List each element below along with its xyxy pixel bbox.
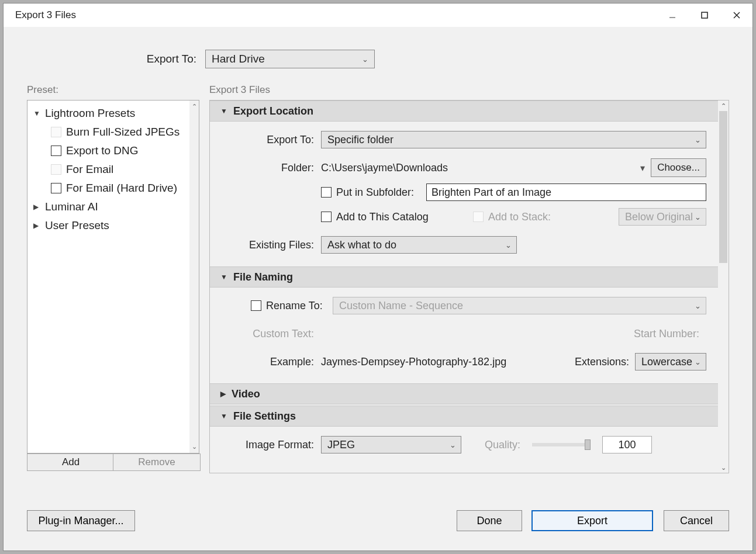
chevron-down-icon: ⌄ bbox=[450, 441, 456, 449]
export-to-label: Export To: bbox=[4, 53, 205, 65]
triangle-right-icon: ▶ bbox=[33, 221, 43, 230]
triangle-down-icon: ▼ bbox=[220, 107, 227, 115]
scroll-up-icon[interactable]: ⌃ bbox=[718, 101, 729, 111]
chevron-down-icon: ⌄ bbox=[362, 55, 368, 64]
section-video[interactable]: ▶Video bbox=[210, 383, 718, 404]
triangle-right-icon: ▶ bbox=[33, 203, 43, 211]
quality-slider[interactable] bbox=[532, 443, 591, 446]
el-export-to-label: Export To: bbox=[210, 134, 321, 146]
el-export-to-select[interactable]: Specific folder⌄ bbox=[321, 131, 706, 148]
done-button[interactable]: Done bbox=[457, 510, 522, 531]
chevron-down-icon: ⌄ bbox=[695, 213, 701, 221]
svg-rect-1 bbox=[702, 12, 707, 18]
export-count-label: Export 3 Files bbox=[209, 84, 270, 96]
image-format-label: Image Format: bbox=[210, 439, 321, 451]
checkbox-icon[interactable] bbox=[51, 146, 61, 156]
section-file-naming[interactable]: ▼File Naming bbox=[210, 266, 718, 288]
close-button[interactable] bbox=[720, 4, 752, 27]
subfolder-input[interactable]: Brighten Part of an Image bbox=[426, 183, 706, 201]
window-title: Export 3 Files bbox=[15, 9, 76, 21]
existing-files-select[interactable]: Ask what to do⌄ bbox=[321, 236, 517, 254]
put-subfolder-label: Put in Subfolder: bbox=[336, 186, 414, 199]
triangle-down-icon: ▼ bbox=[220, 273, 227, 281]
section-file-settings[interactable]: ▼File Settings bbox=[210, 406, 718, 427]
chevron-down-icon: ⌄ bbox=[505, 241, 512, 250]
slider-thumb-icon[interactable] bbox=[585, 439, 591, 450]
preset-group[interactable]: ▶User Presets bbox=[27, 216, 189, 235]
image-format-select[interactable]: JPEG⌄ bbox=[321, 436, 461, 453]
extensions-label: Extensions: bbox=[575, 356, 629, 368]
rename-label: Rename To: bbox=[266, 300, 323, 312]
preset-label: Preset: bbox=[27, 84, 58, 96]
start-number-label: Start Number: bbox=[634, 328, 706, 340]
chevron-down-icon: ⌄ bbox=[695, 302, 701, 310]
preset-group[interactable]: ▶Luminar AI bbox=[27, 198, 189, 216]
add-button[interactable]: Add bbox=[27, 453, 115, 471]
folder-menu-icon[interactable]: ▾ bbox=[640, 162, 645, 174]
extensions-select[interactable]: Lowercase⌄ bbox=[635, 353, 706, 371]
preset-list: ▼Lightroom Presets Burn Full-Sized JPEGs… bbox=[27, 100, 199, 453]
folder-path: C:\Users\jayme\Downloads bbox=[321, 162, 634, 174]
rename-checkbox[interactable] bbox=[251, 300, 261, 311]
preset-scrollbar[interactable]: ⌃⌄ bbox=[189, 101, 199, 453]
checkbox-icon[interactable] bbox=[51, 127, 61, 137]
section-export-location[interactable]: ▼Export Location bbox=[210, 101, 718, 122]
put-subfolder-checkbox[interactable] bbox=[321, 187, 332, 198]
triangle-right-icon: ▶ bbox=[220, 390, 226, 398]
chevron-down-icon: ⌄ bbox=[695, 358, 701, 366]
preset-group[interactable]: ▼Lightroom Presets bbox=[27, 104, 189, 123]
preset-item[interactable]: For Email bbox=[27, 160, 189, 179]
example-value: Jaymes-Dempsey-Photography-182.jpg bbox=[321, 356, 575, 368]
add-catalog-checkbox[interactable] bbox=[321, 212, 332, 222]
scroll-down-icon: ⌄ bbox=[192, 443, 197, 451]
preset-item[interactable]: Export to DNG bbox=[27, 141, 189, 160]
chevron-down-icon: ⌄ bbox=[695, 136, 701, 144]
rename-select: Custom Name - Sequence⌄ bbox=[333, 297, 706, 314]
scroll-up-icon: ⌃ bbox=[192, 103, 197, 110]
scroll-down-icon[interactable]: ⌄ bbox=[718, 462, 729, 473]
export-button[interactable]: Export bbox=[531, 510, 653, 531]
minimize-button[interactable] bbox=[656, 4, 688, 27]
checkbox-icon[interactable] bbox=[51, 183, 61, 193]
custom-text-label: Custom Text: bbox=[210, 328, 321, 340]
plugin-manager-button[interactable]: Plug-in Manager... bbox=[27, 510, 135, 531]
example-label: Example: bbox=[210, 356, 321, 368]
triangle-down-icon: ▼ bbox=[33, 109, 43, 117]
stack-select: Below Original⌄ bbox=[619, 208, 706, 226]
main-scrollbar[interactable]: ⌃ ⌄ bbox=[718, 101, 729, 473]
add-catalog-label: Add to This Catalog bbox=[336, 211, 429, 223]
add-stack-checkbox bbox=[473, 212, 484, 222]
triangle-down-icon: ▼ bbox=[220, 412, 227, 420]
cancel-button[interactable]: Cancel bbox=[664, 510, 729, 531]
add-stack-label: Add to Stack: bbox=[488, 211, 551, 223]
quality-input[interactable]: 100 bbox=[602, 436, 652, 453]
preset-item[interactable]: Burn Full-Sized JPEGs bbox=[27, 123, 189, 141]
choose-button[interactable]: Choose... bbox=[651, 158, 706, 177]
remove-button: Remove bbox=[113, 453, 201, 471]
maximize-button[interactable] bbox=[688, 4, 720, 27]
export-to-select[interactable]: Hard Drive ⌄ bbox=[205, 50, 375, 68]
quality-label: Quality: bbox=[485, 439, 532, 451]
preset-item[interactable]: For Email (Hard Drive) bbox=[27, 179, 189, 198]
existing-files-label: Existing Files: bbox=[210, 239, 321, 251]
scrollbar-thumb[interactable] bbox=[719, 111, 727, 263]
checkbox-icon[interactable] bbox=[51, 164, 61, 175]
folder-label: Folder: bbox=[210, 162, 321, 174]
